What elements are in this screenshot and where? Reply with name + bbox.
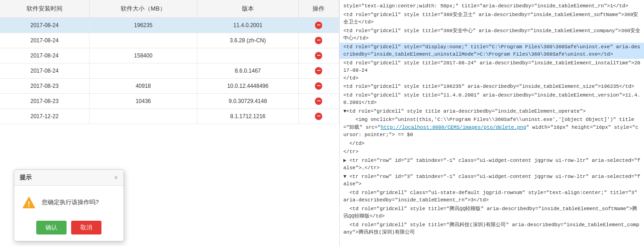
code-line: <td role="gridcell" style title="360安全中心…: [340, 27, 644, 43]
dialog-message: 您确定执行该操作吗?: [42, 198, 99, 206]
delete-button[interactable]: −: [315, 113, 322, 120]
cell-size: 40918: [89, 79, 197, 94]
cell-install-time: 2017-12-22: [0, 109, 89, 124]
code-line: <img onclick="uninst(this,'C:\\Program F…: [340, 115, 644, 139]
code-line: </tr>: [340, 148, 644, 156]
code-line: <td role="gridcell" style title="2017-08…: [340, 59, 644, 83]
confirm-dialog: 提示 × ! 您确定执行该操作吗? 确认 取消: [14, 169, 124, 241]
cell-install-time: 2017-08-24: [0, 48, 89, 63]
code-panel: style="text-align:center;width: 50px;" t…: [340, 0, 644, 246]
dialog-header: 提示 ×: [14, 170, 123, 186]
table-header-row: 软件安装时间 软件大小（MB） 版本 操作: [0, 0, 339, 18]
cell-action[interactable]: −: [298, 48, 339, 63]
code-line: <td role="gridcell" style="display:none;…: [340, 43, 644, 59]
delete-button[interactable]: −: [315, 37, 322, 44]
cell-version: 10.0.12.4448496: [197, 79, 298, 94]
code-line: ▶ <tr role="row" id="2" tabindex="-1" cl…: [340, 156, 644, 172]
warning-icon: !: [22, 195, 36, 210]
code-line: <td role="gridcell" style title="腾讯科技(深圳…: [340, 221, 644, 237]
code-line: <td role="gridcell" style title="11.4.0.…: [340, 91, 644, 107]
delete-button[interactable]: −: [315, 97, 322, 105]
code-line: ▼<td role="gridcell" style title aria-de…: [340, 107, 644, 116]
col-version: 版本: [197, 0, 298, 18]
table-row: 2017-08-243.6.28 (zh-CN)−: [0, 33, 339, 48]
delete-button[interactable]: −: [315, 22, 322, 29]
delete-button[interactable]: −: [315, 67, 322, 74]
cell-size: [89, 109, 197, 124]
cell-size: 158400: [89, 48, 197, 63]
cell-action[interactable]: −: [298, 18, 339, 33]
code-line: <td role="gridcell" style title="360安全卫士…: [340, 11, 644, 27]
col-action: 操作: [298, 0, 339, 18]
software-table: 软件安装时间 软件大小（MB） 版本 操作 2017-08-2419623511…: [0, 0, 339, 124]
cell-version: [197, 48, 298, 63]
cell-install-time: 2017-08-24: [0, 63, 89, 79]
table-row: 2017-12-228.1.1712.1216−: [0, 109, 339, 124]
code-line: </td>: [340, 139, 644, 148]
table-row: 2017-08-23104369.0.30729.4148−: [0, 94, 339, 109]
delete-button[interactable]: −: [315, 82, 322, 90]
table-row: 2017-08-2419623511.4.0.2001−: [0, 18, 339, 33]
confirm-button[interactable]: 确认: [36, 221, 67, 235]
cell-action[interactable]: −: [298, 63, 339, 79]
dialog-title: 提示: [20, 173, 32, 182]
cell-size: 10436: [89, 94, 197, 109]
cell-size: [89, 33, 197, 48]
table-row: 2017-08-24158400−: [0, 48, 339, 63]
cell-size: [89, 63, 197, 79]
code-line: <td role="gridcell" style title="196235"…: [340, 82, 644, 91]
table-row: 2017-08-248.6.0.1467−: [0, 63, 339, 79]
cell-install-time: 2017-08-24: [0, 18, 89, 33]
cell-version: 3.6.28 (zh-CN): [197, 33, 298, 48]
col-size: 软件大小（MB）: [89, 0, 197, 18]
cancel-button[interactable]: 取消: [71, 221, 101, 235]
cell-size: 196235: [89, 18, 197, 33]
cell-action[interactable]: −: [298, 94, 339, 109]
cell-install-time: 2017-08-23: [0, 79, 89, 94]
cell-version: 9.0.30729.4148: [197, 94, 298, 109]
cell-action[interactable]: −: [298, 79, 339, 94]
cell-version: 8.6.0.1467: [197, 63, 298, 79]
code-line: ▼ <tr role="row" id="3" tabindex="-1" cl…: [340, 172, 644, 189]
table-row: 2017-08-234091810.0.12.4448496−: [0, 79, 339, 94]
dialog-body: ! 您确定执行该操作吗?: [14, 186, 123, 217]
cell-version: 8.1.1712.1216: [197, 109, 298, 124]
delete-button[interactable]: −: [315, 52, 322, 59]
svg-text:!: !: [28, 200, 30, 208]
dialog-close-button[interactable]: ×: [114, 174, 118, 181]
cell-action[interactable]: −: [298, 109, 339, 124]
cell-install-time: 2017-08-23: [0, 94, 89, 109]
cell-action[interactable]: −: [298, 33, 339, 48]
cell-install-time: 2017-08-24: [0, 33, 89, 48]
cell-version: 11.4.0.2001: [197, 18, 298, 33]
code-line: <td role="gridcell" class="ui-state-defa…: [340, 189, 644, 205]
code-line: <td role="gridcell" style title="腾讯QQ轻聊版…: [340, 205, 644, 221]
code-line: style="text-align:center;width: 50px;" t…: [340, 2, 644, 11]
dialog-footer: 确认 取消: [14, 217, 123, 241]
code-link[interactable]: http://localhost:8080/CEMS/images/pto/de…: [381, 125, 526, 130]
left-panel: 软件安装时间 软件大小（MB） 版本 操作 2017-08-2419623511…: [0, 0, 340, 246]
col-install-time: 软件安装时间: [0, 0, 89, 18]
